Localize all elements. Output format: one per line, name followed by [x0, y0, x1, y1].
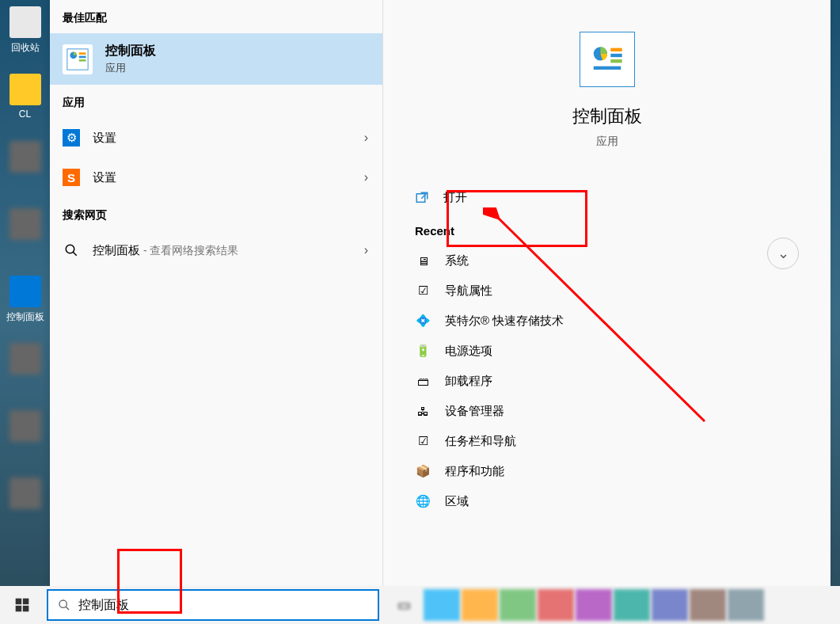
recent-section-label: Recent — [383, 224, 486, 238]
taskbar-search[interactable] — [47, 589, 379, 621]
svg-rect-15 — [22, 599, 29, 605]
control-panel-icon — [63, 44, 93, 74]
desktop-icon-recycle-bin[interactable]: 回收站 — [0, 0, 50, 67]
search-icon — [58, 599, 70, 611]
svg-point-18 — [59, 600, 67, 607]
results-left-column: 最佳匹配 控制面板 应用 应用 ⚙ 设置 › S 设置 › 搜 — [50, 0, 383, 586]
recent-item-system[interactable]: 🖥系统 — [383, 245, 830, 276]
recent-label: 任务栏和导航 — [445, 434, 516, 449]
settings-icon: ⚙ — [63, 129, 80, 146]
task-view-button[interactable]: ▭ — [386, 589, 422, 621]
section-web-label: 搜索网页 — [50, 197, 382, 230]
recent-item-uninstall[interactable]: 🗃卸载程序 — [383, 366, 830, 396]
recent-label: 英特尔® 快速存储技术 — [445, 314, 564, 329]
svg-line-19 — [66, 607, 69, 610]
start-button[interactable] — [0, 586, 44, 624]
svg-rect-10 — [610, 54, 621, 57]
recent-item-region[interactable]: 🌐区域 — [383, 486, 830, 516]
desktop: 回收站 CL 控制面板 最佳匹配 控制面板 应用 应用 ⚙ 设置 — [0, 0, 840, 624]
desktop-icon-generic[interactable] — [0, 135, 50, 202]
svg-rect-11 — [610, 59, 621, 63]
taskbar-app[interactable] — [652, 589, 688, 621]
chevron-right-icon: › — [364, 243, 368, 257]
recent-item-programs[interactable]: 📦程序和功能 — [383, 456, 830, 486]
recent-label: 程序和功能 — [445, 464, 504, 479]
windows-icon — [14, 597, 30, 613]
recent-label: 区域 — [445, 494, 469, 509]
taskbar-app[interactable] — [500, 589, 536, 621]
svg-rect-17 — [22, 606, 29, 612]
svg-rect-12 — [593, 67, 621, 70]
details-title: 控制面板 — [572, 105, 642, 128]
label: 控制面板 — [6, 310, 44, 324]
recent-label: 电源选项 — [445, 344, 492, 359]
device-icon: 🖧 — [415, 403, 431, 419]
expand-button[interactable]: ⌄ — [767, 238, 799, 269]
svg-rect-13 — [416, 193, 425, 202]
desktop-icon-generic[interactable] — [0, 202, 50, 269]
taskbar-app[interactable] — [614, 589, 650, 621]
monitor-icon: 🖥 — [415, 253, 431, 268]
taskbar-app[interactable] — [424, 589, 460, 621]
taskbar-app[interactable] — [728, 589, 764, 621]
best-match-title: 控制面板 — [105, 43, 156, 59]
desktop-icon-generic[interactable] — [0, 404, 50, 471]
app-item-settings[interactable]: ⚙ 设置 › — [50, 118, 382, 158]
svg-line-6 — [73, 252, 77, 256]
app-item-label: 设置 — [93, 170, 116, 185]
section-best-match-label: 最佳匹配 — [50, 0, 382, 33]
svg-rect-9 — [610, 48, 621, 51]
label: CL — [19, 108, 31, 120]
label: 回收站 — [11, 41, 40, 55]
taskbar-app[interactable] — [576, 589, 612, 621]
details-subtitle: 应用 — [596, 135, 618, 149]
svg-rect-16 — [15, 606, 21, 612]
chevron-down-icon: ⌄ — [777, 245, 789, 262]
taskbar-app[interactable] — [538, 589, 574, 621]
web-item-label: 控制面板 - 查看网络搜索结果 — [93, 243, 238, 258]
web-search-item[interactable]: 控制面板 - 查看网络搜索结果 › — [50, 230, 382, 270]
search-icon — [63, 242, 80, 259]
best-match-item[interactable]: 控制面板 应用 — [50, 33, 382, 85]
program-icon: 📦 — [415, 463, 431, 479]
app-item-label: 设置 — [93, 131, 116, 146]
open-action[interactable]: 打开 — [383, 181, 830, 215]
recent-item-device-mgr[interactable]: 🖧设备管理器 — [383, 396, 830, 426]
recent-label: 系统 — [445, 253, 469, 268]
results-details-column: 控制面板 应用 打开 ⌄ Recent 🖥系统 ☑导航属性 💠英特尔® 快速存储… — [383, 0, 830, 586]
svg-rect-3 — [79, 55, 86, 58]
best-match-subtitle: 应用 — [105, 61, 156, 75]
check-icon: ☑ — [415, 433, 431, 449]
svg-rect-2 — [79, 52, 86, 55]
sogou-icon: S — [63, 169, 80, 186]
chip-icon: 💠 — [415, 313, 431, 329]
search-input[interactable] — [78, 598, 368, 612]
open-label: 打开 — [443, 190, 467, 205]
taskbar-app[interactable] — [690, 589, 726, 621]
taskbar: ▭ — [0, 586, 840, 624]
desktop-icon-control-panel[interactable]: 控制面板 — [0, 269, 50, 337]
power-icon: 🔋 — [415, 343, 431, 359]
desktop-icon-generic[interactable] — [0, 471, 50, 538]
recent-list: 🖥系统 ☑导航属性 💠英特尔® 快速存储技术 🔋电源选项 🗃卸载程序 🖧设备管理… — [383, 245, 830, 516]
svg-rect-4 — [79, 59, 86, 62]
chevron-right-icon: › — [364, 170, 368, 185]
app-item-sogou-settings[interactable]: S 设置 › — [50, 158, 382, 197]
recent-label: 卸载程序 — [445, 374, 492, 389]
recent-item-taskbar[interactable]: ☑任务栏和导航 — [383, 426, 830, 456]
recent-item-power[interactable]: 🔋电源选项 — [383, 336, 830, 366]
recent-label: 导航属性 — [445, 283, 492, 299]
uninstall-icon: 🗃 — [415, 373, 431, 389]
desktop-icon-folder[interactable]: CL — [0, 67, 50, 135]
globe-icon: 🌐 — [415, 493, 431, 509]
taskbar-icons: ▭ — [386, 589, 764, 621]
check-icon: ☑ — [415, 283, 431, 299]
desktop-icons: 回收站 CL 控制面板 — [0, 0, 50, 538]
control-panel-large-icon — [580, 32, 635, 87]
recent-item-navigation[interactable]: ☑导航属性 — [383, 276, 830, 306]
recent-item-intel-rst[interactable]: 💠英特尔® 快速存储技术 — [383, 306, 830, 336]
taskbar-app[interactable] — [462, 589, 498, 621]
svg-point-5 — [66, 245, 74, 253]
recent-label: 设备管理器 — [445, 404, 504, 419]
desktop-icon-generic[interactable] — [0, 337, 50, 404]
